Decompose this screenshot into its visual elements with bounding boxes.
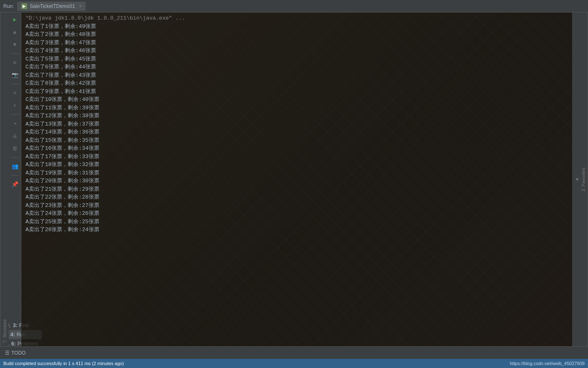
output-line: A卖出了24张票，剩余:26张票 — [21, 209, 572, 218]
output-line: A卖出了20张票，剩余:30张票 — [21, 177, 572, 185]
run-tab[interactable]: ▶ SaleTicketTDemo01 × — [17, 2, 86, 11]
output-line: A卖出了25张票，剩余:25张票 — [21, 218, 572, 226]
find-shortcut: 3: — [13, 323, 18, 328]
output-line: C卖出了9张票，剩余:41张票 — [21, 88, 572, 96]
output-line: A卖出了13张票，剩余:37张票 — [21, 120, 572, 129]
output-line: A卖出了19张票，剩余:31张票 — [21, 169, 572, 177]
todo-icon: ☰ — [5, 350, 10, 356]
problems-shortcut: 6: — [11, 341, 16, 347]
status-bar: Build completed successfully in 1 s 411 … — [0, 359, 588, 368]
download-button[interactable]: ⬇ — [10, 101, 20, 110]
run-button[interactable]: ▶ — [10, 15, 20, 24]
output-line: C卖出了4张票，剩余:46张票 — [21, 47, 572, 55]
output-line: C卖出了8张票，剩余:42张票 — [21, 79, 572, 88]
main-area: 7: Structure ▶ ▲ ▼ ⚙ 📷 ≡ ⬇ ⇥ 🖨 🗑 👥 📌 "D:… — [0, 13, 588, 346]
run-label: Run: — [3, 3, 14, 9]
ide-container: Run: ▶ SaleTicketTDemo01 × 7: Structure … — [0, 0, 588, 368]
status-url: https://blog.csdn.net/weib_45027609 — [510, 361, 585, 366]
tab-bar: Run: ▶ SaleTicketTDemo01 × — [0, 0, 588, 13]
output-line: C卖出了10张票，剩余:40张票 — [21, 96, 572, 104]
output-line: A卖出了1张票，剩余:49张票 — [21, 23, 572, 31]
output-line: C卖出了7张票，剩余:43张票 — [21, 71, 572, 80]
output-line: A卖出了2张票，剩余:48张票 — [21, 30, 572, 39]
output-panel[interactable]: "D:\java jdk1.8.0\jdk 1.8.0_211\bin\java… — [21, 13, 572, 346]
output-line: C卖出了5张票，剩余:45张票 — [21, 55, 572, 63]
run-tab-icon: ▶ — [21, 3, 27, 9]
sort-button[interactable]: ≡ — [10, 88, 20, 98]
output-line: A卖出了15张票，剩余:35张票 — [21, 136, 572, 145]
delete-button[interactable]: 🗑 — [10, 144, 20, 153]
output-line: A卖出了12张票，剩余:38张票 — [21, 112, 572, 120]
bottom-toolbar: 🔍3:Find▶4:Run⚠6:Problems☰TODO◑Statistic▪… — [0, 346, 588, 359]
scroll-up-button[interactable]: ▲ — [10, 28, 20, 37]
print-button[interactable]: 🖨 — [10, 131, 20, 141]
output-line: A卖出了26张票，剩余:24张票 — [21, 226, 572, 234]
login-button[interactable]: ⇥ — [10, 119, 20, 128]
scroll-down-button[interactable]: ▼ — [10, 40, 20, 49]
settings-button[interactable]: ⚙ — [10, 58, 20, 67]
run-toolbar: ▶ ▲ ▼ ⚙ 📷 ≡ ⬇ ⇥ 🖨 🗑 👥 📌 — [9, 13, 21, 346]
output-line: A卖出了21张票，剩余:29张票 — [21, 185, 572, 194]
pin-button[interactable]: 📌 — [10, 180, 20, 189]
output-line: A卖出了3张票，剩余:47张票 — [21, 39, 572, 47]
todo-label: TODO — [11, 350, 25, 356]
output-line: A卖出了23张票，剩余:27张票 — [21, 202, 572, 210]
favorites-star-icon: ★ — [574, 177, 579, 182]
bottom-tab-todo[interactable]: ☰TODO — [2, 348, 42, 358]
output-line: A卖出了11张票，剩余:39张票 — [21, 104, 572, 112]
screenshot-button[interactable]: 📷 — [10, 71, 20, 80]
output-line: A卖出了14张票，剩余:36张票 — [21, 128, 572, 136]
structure-panel-label[interactable]: 7: Structure — [0, 13, 9, 346]
output-line: A卖出了22张票，剩余:28张票 — [21, 193, 572, 202]
favorites-panel[interactable]: ★ 2: Favorites — [572, 13, 588, 346]
users-button[interactable]: 👥 — [10, 162, 20, 171]
output-line: A卖出了16张票，剩余:34张票 — [21, 144, 572, 153]
output-lines-container: A卖出了1张票，剩余:49张票A卖出了2张票，剩余:48张票A卖出了3张票，剩余… — [21, 23, 572, 234]
output-line: A卖出了18张票，剩余:32张票 — [21, 161, 572, 169]
run-shortcut: 4: — [10, 332, 15, 338]
tab-close-button[interactable]: × — [79, 4, 82, 8]
run-tab-title: SaleTicketTDemo01 — [30, 3, 75, 9]
command-line: "D:\java jdk1.8.0\jdk 1.8.0_211\bin\java… — [21, 14, 572, 23]
favorites-panel-label[interactable]: 2: Favorites — [581, 167, 586, 191]
build-status-text: Build completed successfully in 1 s 411 … — [3, 361, 124, 366]
output-line: C卖出了6张票，剩余:44张票 — [21, 63, 572, 71]
output-line: A卖出了17张票，剩余:33张票 — [21, 153, 572, 161]
